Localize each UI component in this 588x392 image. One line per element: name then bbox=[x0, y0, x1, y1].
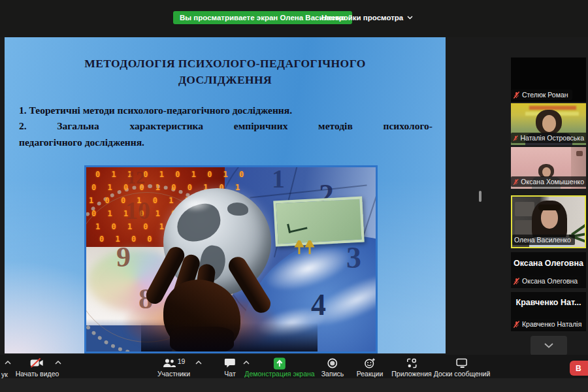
share-screen-button[interactable]: Демонстрация экрана bbox=[244, 358, 314, 378]
slide-title-line1: МЕТОДОЛОГІЯ ПСИХОЛОГО-ПЕДАГОГІЧНОГО bbox=[5, 56, 446, 72]
shared-screen-slide: МЕТОДОЛОГІЯ ПСИХОЛОГО-ПЕДАГОГІЧНОГО ДОСЛ… bbox=[5, 37, 446, 353]
chat-icon bbox=[224, 358, 235, 368]
binary-row: 0 1 1 0 1 0 1 0 1 0 bbox=[95, 170, 247, 179]
participant-name-label: Оксана Олеговна bbox=[511, 276, 581, 286]
slide-list-item-1: 1. Теоретичні методи психолого-педагогіч… bbox=[19, 103, 433, 119]
participants-options-chevron-icon[interactable] bbox=[195, 361, 202, 365]
video-off-icon bbox=[29, 358, 45, 368]
slide-title-line2: ДОСЛІДЖЕННЯ bbox=[5, 72, 446, 88]
collapse-participants-button[interactable] bbox=[531, 336, 567, 355]
participant-display-name: Оксана Олеговна bbox=[511, 259, 586, 268]
participant-name-label: Кравченко Наталія bbox=[511, 319, 585, 329]
reactions-button[interactable]: Реакции bbox=[357, 358, 384, 378]
view-settings-dropdown[interactable]: Настройки просмотра bbox=[321, 11, 413, 24]
muted-mic-icon bbox=[513, 278, 520, 285]
participant-name-label: Стелюк Роман bbox=[511, 90, 572, 100]
clock-number: 9 bbox=[116, 240, 131, 274]
participant-name-label: Наталія Островська bbox=[511, 133, 586, 143]
unmute-audio-button-partial[interactable]: ук bbox=[1, 370, 8, 378]
participant-tile[interactable]: Оксана Хомышенко bbox=[511, 147, 586, 189]
participants-button[interactable]: 19 Участники bbox=[157, 358, 190, 378]
participant-name-label: Оксана Хомышенко bbox=[511, 176, 586, 187]
muted-mic-icon bbox=[513, 135, 518, 142]
apps-button[interactable]: Приложения bbox=[391, 358, 431, 378]
participants-icon bbox=[163, 359, 176, 368]
participant-name-label: Олена Василенко bbox=[512, 235, 575, 245]
muted-mic-icon bbox=[513, 91, 520, 99]
slide-list-item-2-line1: 2. Загальна характеристика емпіричних ме… bbox=[19, 118, 433, 135]
muted-mic-icon bbox=[513, 178, 519, 186]
participant-tile[interactable]: Оксана Олеговна Оксана Олеговна bbox=[511, 252, 586, 288]
whiteboard-icon bbox=[456, 358, 468, 368]
meeting-top-bar: Вы просматриваете экран Олена Василенко … bbox=[0, 0, 588, 37]
sidebar-scroll-handle[interactable] bbox=[479, 191, 482, 202]
clock-number: 4 bbox=[311, 287, 326, 322]
clock-number: 1 bbox=[272, 165, 285, 194]
participant-tile[interactable]: Стелюк Роман bbox=[511, 57, 586, 102]
video-options-chevron-icon[interactable] bbox=[55, 361, 61, 365]
slide-title: МЕТОДОЛОГІЯ ПСИХОЛОГО-ПЕДАГОГІЧНОГО ДОСЛ… bbox=[5, 56, 446, 88]
audio-options-chevron-icon[interactable] bbox=[5, 361, 11, 365]
window-bottom-strip bbox=[0, 378, 588, 392]
slide-list-item-2-line2: педагогічного дослідження. bbox=[19, 135, 433, 151]
meeting-toolbar: ук Начать видео bbox=[0, 355, 588, 378]
participants-count: 19 bbox=[178, 357, 186, 365]
green-chalkboard bbox=[273, 196, 364, 246]
share-screen-icon bbox=[273, 357, 286, 370]
participant-tile[interactable]: Наталія Островська bbox=[511, 103, 586, 145]
participant-display-name: Кравченко Нат... bbox=[511, 298, 586, 307]
leave-meeting-button[interactable]: В bbox=[570, 361, 588, 376]
view-settings-label: Настройки просмотра bbox=[321, 14, 403, 22]
muted-mic-icon bbox=[513, 321, 520, 328]
participant-tile[interactable]: Кравченко Нат... Кравченко Наталія bbox=[511, 292, 586, 331]
slide-list: 1. Теоретичні методи психолого-педагогіч… bbox=[19, 103, 433, 151]
participant-tile-active-speaker[interactable]: Олена Василенко bbox=[511, 195, 586, 248]
chevron-down-icon bbox=[407, 16, 413, 20]
clock-number: 10 bbox=[125, 196, 150, 225]
clock-number: 12 bbox=[127, 167, 145, 188]
apps-icon bbox=[406, 358, 417, 368]
chat-button[interactable]: Чат bbox=[224, 358, 235, 378]
whiteboards-button[interactable]: Доски сообщений bbox=[434, 358, 491, 378]
start-video-button[interactable]: Начать видео bbox=[16, 358, 59, 378]
gold-arrows-icon bbox=[294, 240, 316, 255]
participants-strip: Стелюк Роман Наталія Островська bbox=[503, 37, 588, 355]
chevron-down-icon bbox=[544, 343, 553, 348]
record-button[interactable]: Запись bbox=[321, 358, 344, 378]
clock-number: 3 bbox=[346, 240, 361, 275]
slide-collage-image: 0 1 1 0 1 0 1 0 1 0 0 1 0 0 1 0 0 1 0 1 … bbox=[84, 165, 378, 353]
zoom-meeting-window: Вы просматриваете экран Олена Василенко … bbox=[0, 0, 588, 392]
reactions-icon bbox=[365, 358, 376, 368]
record-icon bbox=[327, 358, 338, 368]
